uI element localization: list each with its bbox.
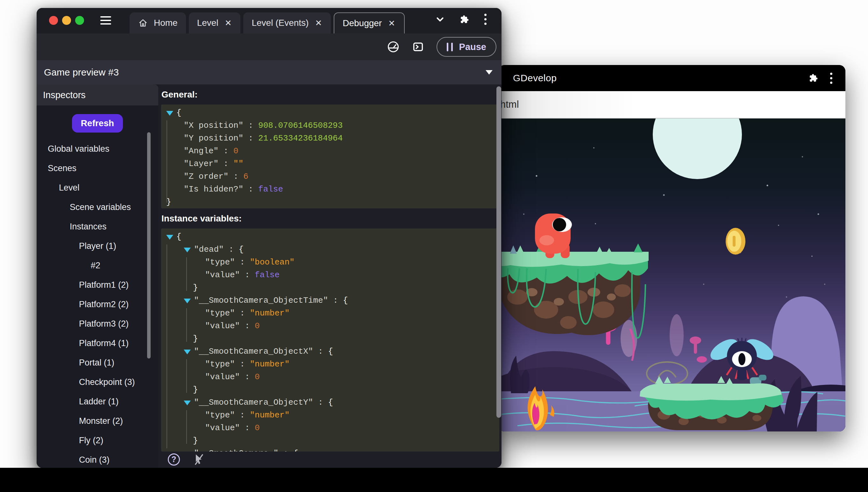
debugger-toolbar: Pause xyxy=(36,33,501,60)
gdevelop-address-bar[interactable]: html xyxy=(498,91,845,119)
tab-level[interactable]: Level ✕ xyxy=(189,13,241,33)
screenshot-stage: GDevelop html xyxy=(0,0,868,492)
pause-label: Pause xyxy=(459,42,486,52)
game-canvas xyxy=(498,119,845,432)
sidebar-item-global-variables[interactable]: Global variables xyxy=(36,139,158,159)
detail-pane-scrollbar[interactable] xyxy=(496,87,501,418)
sidebar-item-player[interactable]: Player (1) xyxy=(36,237,158,256)
close-tab-icon[interactable]: ✕ xyxy=(314,18,322,28)
general-section-label: General: xyxy=(161,90,501,100)
tab-home[interactable]: Home xyxy=(130,13,186,33)
sidebar-item-scene-variables[interactable]: Scene variables xyxy=(36,198,158,217)
collapse-triangle-icon[interactable] xyxy=(184,349,191,354)
sidebar-item-level[interactable]: Level xyxy=(36,178,158,198)
sidebar-item-fly[interactable]: Fly (2) xyxy=(36,431,158,450)
tab-label: Home xyxy=(154,18,178,28)
tab-debugger[interactable]: Debugger ✕ xyxy=(334,13,405,33)
indent-guide xyxy=(166,244,167,448)
bottom-bar: ? xyxy=(158,451,501,468)
tabs: Home Level ✕ Level (Events) ✕ Debugger ✕ xyxy=(130,13,405,33)
indent-guide xyxy=(186,410,187,444)
inspector-detail-pane: General: { "X position" : 908.0706146508… xyxy=(158,84,501,468)
element-picker-disabled-icon[interactable] xyxy=(193,453,205,466)
gdevelop-title: GDevelop xyxy=(513,73,557,83)
sidebar-item-portal[interactable]: Portal (1) xyxy=(36,353,158,372)
sidebar-scrollbar[interactable] xyxy=(147,132,151,359)
sidebar-item-scenes[interactable]: Scenes xyxy=(36,159,158,178)
chevron-down-icon[interactable] xyxy=(435,14,445,25)
tab-strip: Home Level ✕ Level (Events) ✕ Debugger ✕ xyxy=(36,8,501,33)
sidebar-item-platform3[interactable]: Platform3 (2) xyxy=(36,314,158,334)
desktop-bottom-band xyxy=(0,468,868,492)
collapse-triangle-icon[interactable] xyxy=(166,111,173,116)
tabstrip-right-icons xyxy=(435,14,501,25)
dropdown-caret-icon[interactable] xyxy=(485,70,493,75)
puzzle-extension-icon[interactable] xyxy=(459,14,470,25)
collapse-triangle-icon[interactable] xyxy=(184,400,191,405)
close-window-button[interactable] xyxy=(49,16,58,25)
refresh-button[interactable]: Refresh xyxy=(72,114,123,132)
tab-label: Debugger xyxy=(343,18,382,28)
debugger-window: Home Level ✕ Level (Events) ✕ Debugger ✕ xyxy=(36,8,501,468)
zoom-window-button[interactable] xyxy=(75,16,84,25)
gdevelop-titlebar: GDevelop xyxy=(498,65,845,91)
collapse-triangle-icon[interactable] xyxy=(184,248,191,252)
debugger-content: Inspectors Refresh Global variables Scen… xyxy=(36,84,501,468)
close-tab-icon[interactable]: ✕ xyxy=(224,18,232,28)
sidebar-item-platform1[interactable]: Platform1 (2) xyxy=(36,275,158,295)
instance-variables-label: Instance variables: xyxy=(161,214,501,224)
indent-guide xyxy=(166,120,167,203)
indent-guide xyxy=(186,308,187,342)
minimize-window-button[interactable] xyxy=(62,16,71,25)
gdevelop-preview-window: GDevelop html xyxy=(498,65,845,432)
close-tab-icon[interactable]: ✕ xyxy=(388,19,396,28)
sidebar-item-instance-2[interactable]: #2 xyxy=(36,256,158,275)
window-controls xyxy=(49,16,84,25)
hamburger-menu-icon[interactable] xyxy=(100,16,111,27)
home-icon xyxy=(138,18,148,28)
collapse-triangle-icon[interactable] xyxy=(166,235,173,240)
collapse-triangle-icon[interactable] xyxy=(184,299,191,303)
sidebar-item-checkpoint[interactable]: Checkpoint (3) xyxy=(36,372,158,392)
indent-guide xyxy=(186,359,187,393)
general-json-panel: { "X position" : 908.0706146508293 "Y po… xyxy=(161,104,499,208)
help-icon[interactable]: ? xyxy=(168,453,180,466)
preview-selector[interactable]: Game preview #3 xyxy=(36,60,501,84)
inspectors-header: Inspectors xyxy=(36,84,158,105)
sidebar-item-platform2[interactable]: Platform2 (2) xyxy=(36,295,158,314)
preview-title: Game preview #3 xyxy=(44,67,119,78)
pause-button[interactable]: Pause xyxy=(437,37,496,57)
pause-icon xyxy=(447,43,453,51)
tab-label: Level xyxy=(197,18,218,28)
inspectors-sidebar: Inspectors Refresh Global variables Scen… xyxy=(36,84,158,468)
address-text-fragment: html xyxy=(500,99,519,110)
puzzle-extension-icon[interactable] xyxy=(809,73,819,83)
instance-variables-json-panel: { "dead" : { "type" : "boolean" "value" … xyxy=(161,228,499,451)
coin xyxy=(726,228,745,254)
sidebar-item-coin[interactable]: Coin (3) xyxy=(36,450,158,468)
sidebar-item-ladder[interactable]: Ladder (1) xyxy=(36,392,158,411)
console-icon[interactable] xyxy=(412,41,424,53)
tab-level-events[interactable]: Level (Events) ✕ xyxy=(243,13,331,33)
inspector-tree: Global variables Scenes Level Scene vari… xyxy=(36,139,158,468)
tab-label: Level (Events) xyxy=(252,18,309,28)
gdevelop-menu-kebab-icon[interactable] xyxy=(830,73,833,84)
indent-guide xyxy=(186,257,187,291)
sidebar-item-platform4[interactable]: Platform4 (1) xyxy=(36,334,158,353)
sidebar-item-monster[interactable]: Monster (2) xyxy=(36,411,158,431)
sidebar-item-instances[interactable]: Instances xyxy=(36,217,158,237)
overflow-menu-kebab-icon[interactable] xyxy=(484,14,487,25)
profiler-speed-icon[interactable] xyxy=(387,41,400,53)
